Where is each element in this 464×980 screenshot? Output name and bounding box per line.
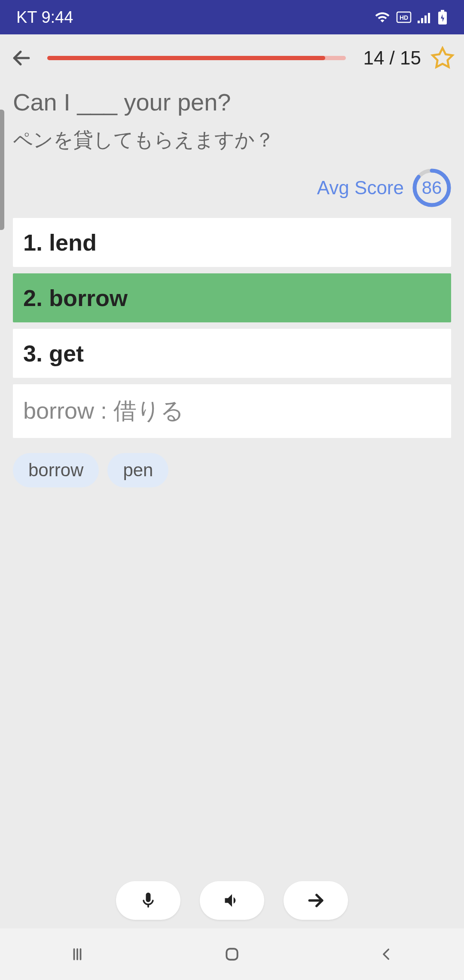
score-circle: 86 [412, 168, 451, 207]
mic-button[interactable] [116, 881, 180, 920]
svg-rect-4 [424, 15, 427, 23]
svg-rect-5 [428, 13, 430, 23]
bottom-controls [0, 881, 464, 920]
option-3-text: get [49, 340, 84, 366]
svg-rect-16 [226, 949, 237, 959]
question-japanese: ペンを貸してもらえますか？ [13, 127, 451, 153]
option-1[interactable]: 1. lend [13, 218, 451, 267]
options-list: 1. lend 2. borrow 3. get borrow : 借りる [0, 218, 464, 438]
status-bar: KT 9:44 HD [0, 0, 464, 34]
progress-fill [47, 56, 325, 60]
svg-rect-6 [441, 10, 444, 12]
home-button[interactable] [206, 941, 258, 967]
battery-icon [437, 10, 448, 24]
favorite-button[interactable] [430, 45, 455, 71]
question-english: Can I ___ your pen? [13, 88, 451, 116]
option-3-num: 3. [23, 340, 43, 366]
svg-text:HD: HD [400, 14, 408, 21]
score-value: 86 [422, 178, 442, 198]
option-2-num: 2. [23, 285, 43, 311]
option-1-text: lend [49, 230, 97, 255]
side-handle[interactable] [0, 110, 4, 230]
chip-pen[interactable]: pen [107, 453, 168, 487]
progress-count: 14 / 15 [363, 47, 421, 69]
option-3[interactable]: 3. get [13, 329, 451, 378]
definition-box: borrow : 借りる [13, 384, 451, 438]
android-nav-bar [0, 928, 464, 980]
header: 14 / 15 [0, 34, 464, 82]
recents-button[interactable] [52, 941, 103, 967]
question-area: Can I ___ your pen? ペンを貸してもらえますか？ [0, 82, 464, 153]
carrier-time: KT 9:44 [16, 8, 73, 27]
hd-icon: HD [396, 11, 412, 23]
wifi-icon [375, 9, 390, 25]
score-label: Avg Score [317, 177, 404, 199]
next-button[interactable] [284, 881, 348, 920]
back-button[interactable] [9, 45, 34, 71]
score-row: Avg Score 86 [0, 168, 464, 207]
speaker-button[interactable] [200, 881, 264, 920]
option-2-text: borrow [49, 285, 128, 311]
progress-bar [47, 56, 346, 60]
word-chips: borrow pen [0, 453, 464, 487]
status-icons: HD [375, 9, 448, 25]
svg-marker-9 [433, 48, 453, 67]
option-1-num: 1. [23, 230, 43, 255]
svg-rect-2 [418, 21, 420, 23]
back-nav-button[interactable] [361, 941, 412, 967]
signal-icon [418, 11, 431, 23]
chip-borrow[interactable]: borrow [13, 453, 99, 487]
svg-rect-3 [421, 18, 423, 23]
option-2[interactable]: 2. borrow [13, 273, 451, 322]
